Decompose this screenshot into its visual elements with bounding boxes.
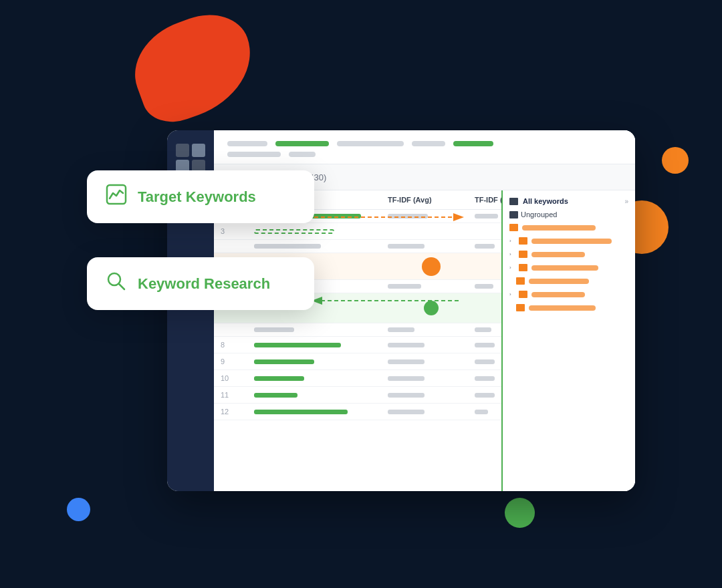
group-bar	[529, 305, 596, 311]
green-bubble-min	[475, 296, 501, 320]
keyword-group-item: ›	[509, 289, 628, 299]
row-min-dots	[475, 410, 501, 414]
row-keyword-bar	[254, 359, 388, 364]
row-avg-dots	[388, 284, 475, 289]
folder-icon-dark	[509, 198, 518, 205]
row-min-dots	[475, 284, 501, 289]
row-min-dots	[475, 376, 501, 381]
row-keyword-bar	[254, 229, 388, 234]
chevron-icon: ›	[509, 251, 515, 257]
folder-icon-orange	[516, 277, 525, 285]
keyword-bar-gray	[254, 327, 294, 332]
row-min-dots	[475, 343, 501, 347]
row-keyword-bar	[254, 327, 388, 332]
avg-dot	[388, 244, 425, 249]
row-keyword-bar	[254, 244, 388, 249]
keyword-group-item: ›	[509, 263, 628, 273]
min-dot	[475, 343, 495, 347]
table-main: TF-IDF (Avg) TF-IDF (Min)	[214, 190, 501, 491]
row-avg-dots	[388, 410, 475, 414]
folder-icon-orange	[519, 264, 527, 271]
group-bar	[531, 292, 585, 297]
main-container: Found Keywords (430) TF-IDF (Avg) TF-IDF…	[87, 77, 635, 511]
avg-dot	[388, 376, 425, 381]
group-bar	[531, 252, 585, 257]
keyword-group-item: ›	[509, 236, 628, 246]
row-num: 12	[221, 408, 254, 416]
row-num: 10	[221, 374, 254, 382]
avg-dot	[388, 284, 421, 289]
keyword-bar-green	[254, 410, 348, 414]
keyword-bar-green	[254, 359, 314, 364]
group-bar	[531, 239, 612, 244]
orange-bubble-avg	[388, 257, 475, 276]
table-row: 9	[214, 353, 501, 370]
table-row	[214, 323, 501, 337]
top-bar-row1	[227, 141, 622, 146]
row-avg-dots	[388, 244, 475, 249]
logo-cell-2	[192, 144, 205, 157]
avg-dot	[388, 327, 414, 332]
keyword-bar-green	[254, 393, 297, 398]
min-dot	[475, 327, 491, 332]
keyword-panel-header: All keywords »	[509, 197, 628, 205]
avg-dot	[388, 393, 425, 398]
chevron-icon: ›	[509, 291, 515, 297]
min-dot	[475, 214, 498, 218]
folder-icon-ungrouped	[509, 211, 518, 218]
row-min-dots	[475, 214, 501, 218]
table-area: TF-IDF (Avg) TF-IDF (Min)	[214, 190, 635, 491]
search-icon	[106, 271, 127, 297]
row-min-dots	[475, 327, 501, 332]
row-num: 11	[221, 391, 254, 399]
keyword-group-item	[509, 223, 628, 233]
table-row: 8	[214, 337, 501, 353]
target-keywords-label: Target Keywords	[138, 188, 256, 206]
keyword-bar-green	[254, 376, 304, 381]
min-dot	[475, 393, 495, 398]
avg-dot	[388, 343, 425, 347]
table-row: 11	[214, 387, 501, 404]
chevron-icon: ›	[509, 238, 515, 244]
keyword-research-label: Keyword Research	[138, 275, 270, 293]
topbar-bar-7	[289, 152, 316, 157]
min-dot	[475, 410, 488, 414]
row-num: 9	[221, 357, 254, 365]
col-header-tfidf-avg: TF-IDF (Avg)	[388, 196, 475, 204]
row-keyword-bar	[254, 393, 388, 398]
orange-bubble-min	[475, 260, 501, 273]
chevron-right-double-icon: »	[624, 198, 628, 205]
keyword-bar-green	[254, 343, 341, 347]
topbar-bar-6	[227, 152, 281, 157]
table-row: 12	[214, 404, 501, 420]
topbar-bar-1	[227, 141, 267, 146]
row-avg-dots	[388, 376, 475, 381]
row-avg-dots	[388, 214, 475, 218]
chevron-icon: ›	[509, 265, 515, 271]
table-row	[214, 240, 501, 253]
row-avg-dots	[388, 359, 475, 364]
keyword-group-item	[509, 303, 628, 313]
chart-icon	[106, 184, 127, 210]
folder-icon-orange	[519, 237, 527, 245]
avg-dot	[388, 410, 425, 414]
min-dot	[475, 359, 495, 364]
folder-icon-orange	[519, 291, 527, 298]
row-avg-dots	[388, 393, 475, 398]
orange-bubble-large	[422, 257, 441, 276]
row-keyword-bar	[254, 376, 388, 381]
row-num: 3	[221, 227, 254, 235]
keyword-bar-dotted-green	[254, 229, 334, 234]
folder-icon-orange	[519, 251, 527, 258]
folder-icon-orange	[509, 224, 518, 231]
table-row: 10	[214, 370, 501, 387]
row-avg-dots	[388, 327, 475, 332]
group-bar	[531, 265, 598, 271]
top-bar	[214, 130, 635, 164]
row-num: 8	[221, 341, 254, 349]
topbar-bar-5	[453, 141, 493, 146]
top-bar-row2	[227, 152, 622, 157]
topbar-bar-3	[337, 141, 404, 146]
table-row: 3	[214, 223, 501, 240]
min-dot	[475, 376, 495, 381]
